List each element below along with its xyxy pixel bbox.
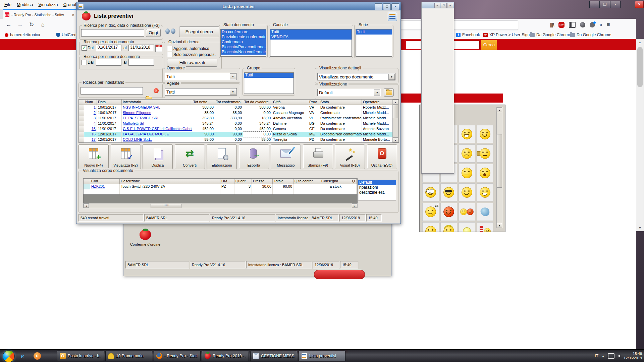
table-cell[interactable]: Michele Madd... bbox=[362, 121, 393, 126]
table-cell[interactable]: a stock bbox=[320, 184, 351, 189]
oggi-button[interactable]: Oggi bbox=[146, 29, 161, 37]
conferme-ordine-icon[interactable] bbox=[140, 230, 151, 240]
speaker-icon[interactable] bbox=[618, 354, 620, 358]
table-cell[interactable]: Michele Madd... bbox=[362, 110, 393, 116]
table-cell[interactable]: Antonio Bazzan bbox=[362, 126, 393, 132]
table-cell[interactable]: 4 bbox=[84, 121, 97, 126]
pointing-laugh-smiley[interactable] bbox=[477, 183, 493, 201]
table-cell[interactable]: Cassano Magnago bbox=[272, 110, 308, 116]
table-row[interactable]: 210/01/2017Simone Filippone35,0035,000,0… bbox=[79, 110, 398, 116]
fever-smiley[interactable] bbox=[477, 222, 493, 232]
esporta-button[interactable]: →Esporta bbox=[239, 144, 269, 169]
table-cell[interactable]: Michele Madd... bbox=[362, 132, 393, 137]
sleeping-smiley[interactable]: zZ bbox=[422, 203, 439, 221]
bookmark-item[interactable]: Da Google Chrome bbox=[570, 33, 611, 37]
table-cell[interactable] bbox=[293, 184, 320, 189]
table-row[interactable]: 1712/01/2017COLD LINE S.r.L.85,000,0085,… bbox=[79, 137, 398, 142]
taskbar-button[interactable]: Lista preventivi bbox=[299, 351, 345, 361]
bookmark-item[interactable]: fFacebook bbox=[456, 33, 480, 37]
clear-icon[interactable]: × bbox=[154, 88, 159, 93]
scrollbar-thumb[interactable] bbox=[151, 204, 181, 208]
calendar-icon[interactable] bbox=[155, 45, 162, 52]
table-cell[interactable]: EL.PA. SERVICE SRL bbox=[122, 116, 192, 121]
table-cell[interactable]: Verona bbox=[272, 105, 308, 110]
table-cell[interactable]: 90,00 bbox=[192, 132, 215, 137]
table-cell[interactable]: 90,00 bbox=[273, 184, 293, 189]
menu-modifica[interactable]: Modifica bbox=[14, 1, 35, 8]
table-cell[interactable]: G.S.E.I. POWER GSEI di Gallicchio Gabrie… bbox=[122, 126, 192, 132]
table-cell[interactable]: PZ bbox=[220, 184, 234, 189]
sidebar-icon[interactable] bbox=[569, 22, 576, 28]
table-cell[interactable]: VI bbox=[308, 116, 319, 121]
stampa-f9-button[interactable]: Stampa (F9) bbox=[303, 144, 333, 169]
browser-tab[interactable]: pro - Ready Pro - Statistiche - Softw × bbox=[3, 9, 76, 19]
reload-icon[interactable]: ↻ bbox=[28, 21, 36, 29]
table-cell[interactable]: Nizza di Sicilia bbox=[272, 132, 308, 137]
table-cell[interactable]: 0,00 bbox=[215, 121, 243, 126]
column-header[interactable]: Q.tà confer... bbox=[293, 179, 320, 184]
goggle-eyes-smiley[interactable] bbox=[422, 183, 439, 201]
close-icon[interactable]: × bbox=[635, 1, 644, 8]
list-option[interactable]: Confermato bbox=[221, 40, 266, 45]
surprised-smiley[interactable] bbox=[477, 164, 493, 182]
agente-combobox[interactable]: Tutti▼ bbox=[165, 88, 237, 96]
table-cell[interactable]: 35,00 bbox=[192, 110, 215, 116]
converti-button[interactable]: ⇄Converti bbox=[175, 144, 205, 169]
table-row[interactable]: 110/01/2017NGS INFOMEDIA SRL303,600,0030… bbox=[79, 105, 398, 110]
duplica-button[interactable]: Duplica bbox=[143, 144, 173, 169]
angry-red-smiley[interactable] bbox=[440, 203, 457, 221]
dancing-figure[interactable] bbox=[477, 203, 493, 221]
list-option[interactable]: Bloccato/Parz.confermato bbox=[221, 45, 266, 50]
date-from-input[interactable]: 01/01/2017 bbox=[96, 45, 121, 51]
list-option[interactable]: descrizine est. bbox=[358, 190, 396, 195]
table-cell[interactable]: 0,00 bbox=[243, 132, 272, 137]
table-cell[interactable]: 0,00 bbox=[215, 126, 243, 132]
table-cell[interactable]: Dalmine bbox=[272, 121, 308, 126]
table-cell[interactable]: BG bbox=[308, 121, 319, 126]
scroll-up-icon[interactable]: ▲ bbox=[393, 100, 398, 105]
tray-expand-icon[interactable]: ▲ bbox=[602, 355, 604, 358]
chevron-down-icon[interactable]: ▼ bbox=[374, 89, 380, 96]
table-cell[interactable]: PD bbox=[308, 137, 319, 142]
num-to-input[interactable] bbox=[128, 59, 154, 66]
list-option[interactable]: Parzialmente confermato bbox=[221, 35, 266, 40]
column-header[interactable]: Totale bbox=[273, 179, 293, 184]
table-cell[interactable]: 17 bbox=[84, 137, 97, 142]
table-cell[interactable]: 0,00 bbox=[243, 110, 272, 116]
table-cell[interactable]: Maffioletti Srl bbox=[122, 121, 192, 126]
table-cell[interactable]: Manuele Borto... bbox=[362, 137, 393, 142]
table-cell[interactable]: 10/01/2017 bbox=[97, 110, 122, 116]
bookmark-item[interactable]: Da Google Chrome bbox=[530, 33, 571, 37]
fighting-smileys[interactable] bbox=[459, 203, 475, 221]
table-cell[interactable]: 345,24 bbox=[192, 121, 215, 126]
start-button[interactable] bbox=[3, 350, 15, 362]
table-cell[interactable]: 35,00 bbox=[215, 110, 243, 116]
table-cell[interactable]: Parzialmente confermato bbox=[319, 116, 362, 121]
table-cell[interactable]: 10/01/2017 bbox=[97, 105, 122, 110]
conferme-ordine-label[interactable]: Conferme d'ordine bbox=[127, 242, 164, 246]
table-cell[interactable]: 18,90 bbox=[243, 116, 272, 121]
menu-file[interactable]: File bbox=[2, 1, 14, 8]
table-cell[interactable]: VR bbox=[308, 105, 319, 110]
vis-dettagli-combobox[interactable]: Visualizza corpo documento▼ bbox=[317, 73, 395, 80]
messaggio-button[interactable]: Messaggio bbox=[271, 144, 301, 169]
table-cell[interactable]: 352,80 bbox=[192, 116, 215, 121]
date-dal-checkbox[interactable]: ✓ bbox=[82, 45, 87, 51]
corpo-hscrollbar[interactable]: ◄ ► bbox=[83, 203, 358, 208]
extension-icon[interactable] bbox=[580, 22, 585, 27]
maximize-icon[interactable]: □ bbox=[441, 3, 447, 8]
nuovo-f4-button[interactable]: +Nuovo (F4) bbox=[78, 144, 109, 169]
table-cell[interactable]: 2 bbox=[84, 110, 97, 116]
table-cell[interactable]: 12/01/2017 bbox=[97, 132, 122, 137]
visual-f10-button[interactable]: ★★Visual (F10) bbox=[335, 144, 365, 169]
tongue-out-smiley[interactable] bbox=[422, 222, 439, 232]
column-header[interactable]: Consegna bbox=[320, 179, 351, 184]
list-option[interactable]: riparazioni bbox=[358, 185, 396, 190]
table-row[interactable]: 411/01/2017Maffioletti Srl345,240,00345,… bbox=[79, 121, 398, 126]
gruppo-listbox[interactable]: Tutti bbox=[244, 72, 294, 94]
column-header[interactable]: UM bbox=[220, 179, 234, 184]
minimize-icon[interactable]: – bbox=[589, 1, 600, 8]
esegui-ricerca-button[interactable]: Esegui ricerca bbox=[179, 26, 219, 37]
corpo-views-listbox[interactable]: Defaultriparazionidescrizine est. bbox=[358, 180, 396, 200]
load-view-button[interactable] bbox=[384, 88, 394, 97]
